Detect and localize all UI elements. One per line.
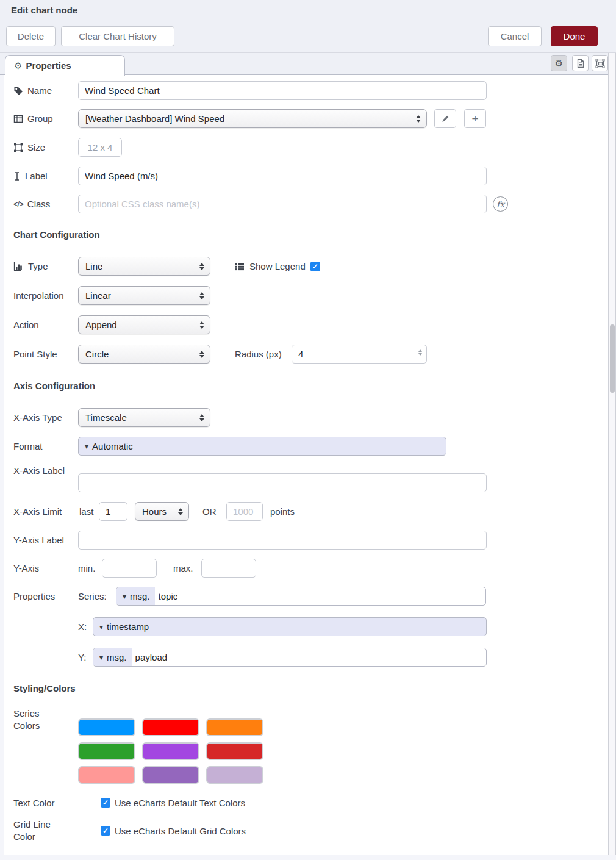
- vertical-scrollbar[interactable]: [608, 53, 616, 860]
- size-button[interactable]: 12 x 4: [78, 138, 122, 157]
- dialog-header: Edit chart node: [0, 0, 616, 20]
- series-color-swatch[interactable]: [78, 742, 135, 760]
- type-label: Type: [13, 261, 48, 271]
- class-label: </> Class: [13, 199, 50, 209]
- caret-down-icon: ▾: [123, 592, 126, 601]
- select-arrows-icon: [199, 414, 204, 421]
- format-label: Format: [13, 441, 43, 451]
- y-typed-input[interactable]: ▾ msg. payload: [93, 648, 487, 667]
- gear-icon: ⚙: [14, 60, 22, 71]
- tab-properties[interactable]: ⚙ Properties: [5, 55, 125, 76]
- format-typed-input[interactable]: ▾ Automatic: [78, 437, 446, 456]
- delete-button[interactable]: Delete: [6, 26, 56, 46]
- document-icon: [576, 59, 586, 68]
- limit-unit-select[interactable]: Hours: [135, 502, 189, 521]
- done-button[interactable]: Done: [551, 26, 598, 46]
- number-spinner-icon[interactable]: [418, 349, 422, 356]
- y-type-label: msg.: [107, 652, 127, 662]
- scrollbar-thumb[interactable]: [610, 324, 615, 393]
- check-icon: ✓: [102, 826, 109, 835]
- text-color-checkbox[interactable]: ✓: [101, 798, 110, 808]
- check-icon: ✓: [312, 262, 318, 271]
- pencil-icon: [441, 114, 450, 123]
- dialog-toolbar: Delete Clear Chart History Cancel Done: [0, 20, 616, 53]
- series-color-swatch[interactable]: [78, 718, 135, 736]
- select-arrows-icon: [178, 508, 183, 515]
- appearance-view-button[interactable]: [592, 55, 608, 71]
- group-select[interactable]: [Weather Dashboard] Wind Speed: [78, 109, 427, 128]
- properties-label: Properties: [13, 591, 55, 601]
- cancel-button[interactable]: Cancel: [488, 26, 542, 46]
- caret-down-icon: ▾: [85, 442, 88, 451]
- y-axis-label: Y-Axis: [13, 563, 39, 573]
- label-label: Label: [13, 171, 48, 181]
- series-typed-input[interactable]: ▾ msg. topic: [116, 587, 486, 606]
- object-group-icon: [13, 143, 23, 152]
- grid-color-checkbox[interactable]: ✓: [101, 826, 110, 836]
- x-axis-type-label: X-Axis Type: [13, 412, 62, 423]
- bar-chart-icon: [13, 262, 24, 271]
- grid-color-checkbox-label: Use eCharts Default Grid Colors: [115, 826, 246, 836]
- series-colors-label: Series Colors: [13, 708, 56, 732]
- or-label: OR: [202, 506, 217, 517]
- series-color-swatch[interactable]: [142, 766, 199, 784]
- series-color-swatch[interactable]: [206, 742, 263, 760]
- min-label: min.: [78, 563, 95, 573]
- radius-input[interactable]: [292, 345, 427, 364]
- axis-configuration-heading: Axis Configuration: [13, 381, 95, 391]
- points-label: points: [270, 506, 295, 517]
- text-cursor-icon: [13, 171, 21, 181]
- max-label: max.: [173, 563, 193, 573]
- appearance-icon: [595, 59, 605, 68]
- name-input[interactable]: [78, 81, 487, 100]
- limit-last-input[interactable]: [99, 502, 127, 521]
- series-color-swatch[interactable]: [78, 766, 135, 784]
- type-select[interactable]: Line: [78, 257, 210, 276]
- caret-down-icon: ▾: [99, 653, 103, 662]
- text-color-checkbox-label: Use eCharts Default Text Colors: [115, 798, 245, 808]
- point-style-select[interactable]: Circle: [78, 345, 210, 364]
- y-axis-label-label: Y-Axis Label: [13, 535, 64, 545]
- caret-down-icon: ▾: [99, 623, 103, 631]
- y-min-input[interactable]: [102, 559, 157, 578]
- class-input[interactable]: [78, 195, 487, 213]
- x-typed-input[interactable]: ▾ timestamp: [93, 617, 487, 636]
- edit-chart-node-dialog: Edit chart node Delete Clear Chart Histo…: [0, 0, 616, 860]
- description-view-button[interactable]: [572, 55, 589, 71]
- dialog-bottom-edge: [0, 855, 616, 860]
- last-label: last: [79, 506, 93, 517]
- gear-icon: ⚙: [555, 58, 563, 69]
- series-color-swatch[interactable]: [206, 718, 263, 736]
- radius-label: Radius (px): [235, 349, 282, 359]
- select-arrows-icon: [416, 115, 421, 123]
- label-input[interactable]: [78, 167, 487, 185]
- add-group-button[interactable]: +: [464, 109, 486, 128]
- size-label: Size: [13, 142, 45, 152]
- fx-icon: fx: [493, 196, 508, 212]
- edit-group-button[interactable]: [434, 109, 456, 128]
- limit-points-input[interactable]: [226, 502, 263, 521]
- chart-configuration-heading: Chart Configuration: [13, 229, 100, 240]
- series-label: Series:: [78, 591, 107, 601]
- x-axis-label-label: X-Axis Label: [13, 465, 74, 477]
- x-property-label: X:: [78, 622, 87, 632]
- x-axis-label-input[interactable]: [78, 473, 487, 492]
- interpolation-select[interactable]: Linear: [78, 286, 210, 305]
- tab-bar: ⚙ Properties ⚙: [0, 53, 608, 75]
- action-select[interactable]: Append: [78, 315, 210, 334]
- clear-chart-history-button[interactable]: Clear Chart History: [61, 26, 174, 46]
- properties-view-button[interactable]: ⚙: [551, 55, 567, 71]
- check-icon: ✓: [102, 798, 109, 807]
- y-axis-label-input[interactable]: [78, 531, 487, 550]
- point-style-label: Point Style: [13, 349, 57, 359]
- series-color-swatch[interactable]: [142, 742, 199, 760]
- series-color-swatch[interactable]: [142, 718, 199, 736]
- x-axis-type-select[interactable]: Timescale: [78, 408, 210, 427]
- series-color-swatch[interactable]: [206, 766, 263, 784]
- y-property-label: Y:: [78, 652, 86, 662]
- y-max-input[interactable]: [201, 559, 256, 578]
- show-legend-checkbox[interactable]: ✓: [310, 262, 320, 271]
- x-axis-limit-label: X-Axis Limit: [13, 506, 62, 517]
- dialog-title: Edit chart node: [11, 5, 77, 15]
- styling-colors-heading: Styling/Colors: [13, 683, 76, 693]
